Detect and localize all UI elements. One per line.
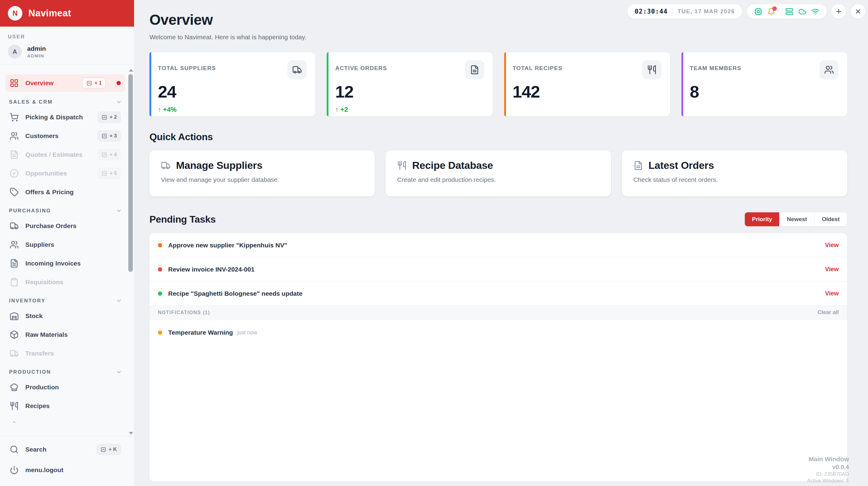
scroll-up-arrow[interactable]: [129, 69, 133, 71]
shortcut-badge: + 5: [97, 168, 121, 179]
task-row[interactable]: Approve new supplier "Kippenhuis NV" Vie…: [150, 233, 847, 257]
search-icon: [10, 445, 19, 454]
key-icon: [101, 171, 107, 176]
sidebar-item-purchase-orders[interactable]: Purchase Orders: [5, 217, 125, 234]
sidebar-item-customers[interactable]: Customers + 3: [5, 127, 125, 144]
brand-logo-icon: N: [8, 6, 22, 21]
key-icon: [101, 133, 107, 139]
stat-value: 12: [335, 82, 484, 101]
avatar[interactable]: A: [8, 45, 22, 59]
user-role: ADMIN: [27, 53, 46, 58]
stat-delta: [513, 106, 661, 114]
view-link[interactable]: View: [825, 266, 839, 273]
sidebar-item-recipes[interactable]: Recipes: [5, 397, 125, 415]
notifications-header: NOTIFICATIONS (1) Clear all: [150, 306, 847, 320]
utensils-icon: [10, 401, 19, 411]
section-header-production[interactable]: PRODUCTION: [9, 369, 122, 375]
window-name: Main Window: [807, 455, 849, 463]
shortcut-badge: + K: [97, 444, 121, 455]
truck-icon: [287, 60, 307, 80]
clear-all-link[interactable]: Clear all: [817, 309, 839, 316]
user-name: admin: [27, 45, 46, 52]
divider: [672, 8, 673, 15]
logout-button[interactable]: menu.logout: [5, 461, 125, 479]
sort-priority-button[interactable]: Priority: [745, 212, 779, 226]
sidebar-item-opportunities[interactable]: Opportunities + 5: [5, 165, 125, 182]
stat-label: TOTAL SUPPLIERS: [158, 65, 216, 71]
view-link[interactable]: View: [825, 242, 839, 249]
window-version: v0.0.4: [807, 463, 849, 471]
sidebar-item-quotes-estimates[interactable]: Quotes / Estimates + 4: [5, 146, 125, 163]
sidebar-nav: Overview + 1 SALES & CRM Picking & Dispa…: [0, 70, 134, 436]
section-header-purchasing[interactable]: PURCHASING: [9, 208, 122, 214]
file-text-icon: [633, 161, 643, 170]
scrollbar-thumb[interactable]: [128, 74, 133, 272]
stat-delta: [690, 106, 839, 114]
active-windows: Active Windows: 1: [807, 478, 849, 484]
chef-hat-icon: [10, 383, 19, 392]
clipboard-icon: [10, 278, 19, 287]
power-icon: [10, 465, 19, 475]
scroll-down-arrow[interactable]: [129, 432, 133, 435]
brand-name: Navimeat: [28, 8, 71, 19]
utensils-icon: [397, 161, 407, 170]
search-button[interactable]: Search + K: [5, 441, 125, 458]
priority-dot: [158, 243, 162, 247]
section-header-sales-crm[interactable]: SALES & CRM: [9, 99, 122, 105]
sidebar-item-offers-pricing[interactable]: Offers & Pricing: [5, 184, 125, 201]
dashboard-grid-icon: [10, 79, 19, 88]
stat-value: 24: [158, 82, 307, 101]
sidebar-item-requisitions[interactable]: Requisitions: [5, 274, 125, 291]
stat-card-total-recipes[interactable]: TOTAL RECIPES 142: [504, 52, 670, 116]
shortcut-badge: + 2: [97, 112, 121, 123]
sidebar-item-incoming-invoices[interactable]: Incoming Invoices: [5, 255, 125, 272]
stat-card-active-orders[interactable]: ACTIVE ORDERS 12 ↑ +2: [327, 52, 492, 116]
sidebar-item-picking-dispatch[interactable]: Picking & Dispatch + 2: [5, 109, 125, 126]
stat-card-team-members[interactable]: TEAM MEMBERS 8: [681, 52, 847, 116]
sidebar-item-production[interactable]: Production: [5, 379, 125, 396]
pending-tasks-section: Pending Tasks Priority Newest Oldest App…: [150, 212, 847, 482]
view-link[interactable]: View: [825, 290, 839, 297]
user-section-label: USER: [8, 34, 126, 40]
stat-value: 142: [513, 82, 661, 101]
key-icon: [101, 115, 107, 120]
key-icon: [101, 152, 107, 158]
task-row[interactable]: Recipe "Spaghetti Bolognese" needs updat…: [150, 281, 847, 306]
task-row[interactable]: Review invoice INV-2024-001 View: [150, 257, 847, 281]
cpu-icon[interactable]: [754, 7, 762, 16]
chevron-down-icon: [116, 208, 122, 214]
sort-newest-button[interactable]: Newest: [779, 212, 814, 226]
sidebar-item-overview[interactable]: Overview + 1: [5, 74, 125, 92]
wifi-icon[interactable]: [811, 7, 819, 16]
stat-card-total-suppliers[interactable]: TOTAL SUPPLIERS 24 ↑ +4%: [150, 52, 315, 116]
quick-actions-title: Quick Actions: [150, 131, 847, 143]
notification-row[interactable]: Temperature Warning just now: [150, 320, 847, 345]
truck-icon: [10, 221, 19, 231]
divider: [780, 8, 780, 15]
quick-action-manage-suppliers[interactable]: Manage Suppliers View and manage your su…: [150, 150, 375, 196]
section-header-inventory[interactable]: INVENTORY: [9, 298, 122, 304]
new-window-button[interactable]: [832, 4, 846, 19]
sidebar-item-stock[interactable]: Stock: [5, 307, 125, 325]
close-button[interactable]: [851, 4, 865, 19]
quick-action-recipe-database[interactable]: Recipe Database Create and edit producti…: [385, 150, 611, 196]
sidebar-item-transfers[interactable]: Transfers: [5, 345, 125, 362]
clock-time: 02:30:44: [634, 8, 668, 15]
quick-actions-section: Quick Actions Manage Suppliers View and …: [150, 131, 847, 196]
server-icon[interactable]: [785, 7, 794, 16]
notifications-bell[interactable]: [767, 7, 775, 16]
warning-dot: [158, 330, 162, 335]
sidebar-item-suppliers[interactable]: Suppliers: [5, 236, 125, 253]
users-icon: [10, 240, 19, 249]
clock-widget: 02:30:44 TUE, 17 MAR 2026: [627, 4, 742, 19]
sidebar-item-raw-materials[interactable]: Raw Materials: [5, 326, 125, 343]
quick-action-latest-orders[interactable]: Latest Orders Check status of recent ord…: [622, 150, 847, 196]
user-block: USER A admin ADMIN: [0, 27, 134, 65]
cloud-icon[interactable]: [798, 7, 806, 16]
sidebar-scrollbar[interactable]: [128, 69, 133, 435]
priority-dot: [158, 292, 162, 296]
notification-dot: [117, 81, 121, 85]
file-text-icon: [465, 60, 484, 80]
sort-oldest-button[interactable]: Oldest: [814, 212, 847, 226]
page-subtitle: Welcome to Navimeat. Here is what is hap…: [150, 33, 847, 41]
